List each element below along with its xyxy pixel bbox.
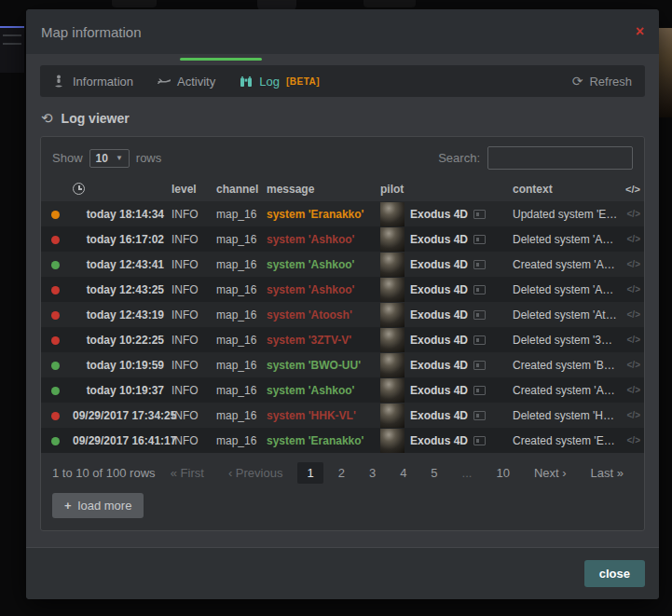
log-context: Created system 'Eranakko... — [509, 428, 622, 453]
pilot-avatar — [380, 202, 405, 226]
log-context: Deleted system 'Ashkoo' ... — [509, 277, 622, 302]
log-context: Created system 'Ashkoo' ... — [509, 252, 622, 277]
row-code-icon[interactable]: </> — [622, 277, 644, 302]
log-pilot-cell: Exodus 4D — [377, 352, 509, 377]
load-more-label: load more — [78, 499, 132, 513]
log-channel: map_16 — [213, 302, 263, 327]
background-fragment — [112, 0, 157, 7]
log-message: system 'Eranakko' — [263, 428, 377, 453]
log-time: today 12:43:19 — [69, 302, 168, 327]
page-size-value: 10 — [96, 152, 108, 165]
log-level: INFO — [168, 403, 213, 428]
log-channel: map_16 — [213, 201, 263, 226]
log-row[interactable]: today 12:43:41INFOmap_16system 'Ashkoo'E… — [41, 252, 644, 277]
pilot-name: Exodus 4D — [410, 308, 468, 322]
log-row[interactable]: today 12:43:19INFOmap_16system 'Atoosh'E… — [41, 302, 644, 327]
pagination-page-2[interactable]: 2 — [329, 462, 354, 484]
search-input[interactable] — [487, 146, 633, 170]
pilot-column-header[interactable]: pilot — [377, 177, 509, 201]
tab-information[interactable]: Information — [53, 75, 133, 89]
load-more-button[interactable]: + load more — [52, 493, 144, 518]
search-label: Search: — [438, 151, 480, 165]
id-card-icon — [473, 285, 486, 294]
row-code-icon[interactable]: </> — [622, 352, 644, 377]
page-size-select[interactable]: 10 ▼ — [89, 149, 130, 168]
status-dot-green — [51, 362, 60, 370]
log-time: 09/29/2017 16:41:17 — [69, 428, 168, 453]
log-time: today 10:19:59 — [69, 352, 168, 377]
section-title: Log viewer — [62, 111, 130, 126]
pagination-ellipsis: ... — [453, 462, 482, 484]
refresh-icon: ⟳ — [572, 74, 583, 89]
log-row[interactable]: 09/29/2017 16:41:17INFOmap_16system 'Era… — [41, 428, 644, 453]
context-column-header[interactable]: context — [509, 177, 622, 201]
row-code-icon[interactable]: </> — [622, 428, 644, 453]
tab-activity[interactable]: Activity — [158, 75, 215, 89]
log-row[interactable]: today 10:19:59INFOmap_16system 'BWO-UU'E… — [41, 352, 644, 377]
log-row[interactable]: today 10:19:37INFOmap_16system 'Ashkoo'E… — [41, 377, 644, 403]
pilot-avatar — [380, 328, 405, 352]
tab-label: Log — [259, 75, 280, 89]
log-time: today 10:19:37 — [69, 377, 168, 403]
pagination-last[interactable]: Last » — [582, 462, 633, 484]
row-code-icon[interactable]: </> — [622, 201, 644, 226]
row-code-icon[interactable]: </> — [622, 403, 644, 428]
row-code-icon[interactable]: </> — [622, 302, 644, 327]
pilot-name: Exodus 4D — [410, 359, 468, 372]
log-channel: map_16 — [213, 403, 263, 428]
pilot-name: Exodus 4D — [410, 258, 468, 271]
log-row[interactable]: today 12:43:25INFOmap_16system 'Ashkoo'E… — [41, 277, 644, 302]
row-code-icon[interactable]: </> — [622, 252, 644, 277]
log-channel: map_16 — [213, 252, 263, 277]
pagination-first[interactable]: « First — [161, 462, 213, 484]
id-card-icon — [473, 436, 486, 445]
log-row[interactable]: today 18:14:34INFOmap_16system 'Eranakko… — [41, 201, 644, 226]
pilot-name: Exodus 4D — [410, 384, 468, 397]
tab-log[interactable]: Log [BETA] — [240, 75, 320, 89]
log-channel: map_16 — [213, 352, 263, 377]
pagination-page-10[interactable]: 10 — [487, 462, 518, 484]
tab-label: Information — [73, 75, 133, 89]
street-view-icon — [53, 75, 66, 88]
log-row[interactable]: today 10:22:25INFOmap_16system '3ZTV-V'E… — [41, 327, 644, 352]
log-context: Deleted system 'HHK-VL' ... — [509, 403, 622, 428]
pagination-page-4[interactable]: 4 — [391, 462, 416, 484]
log-time: today 16:17:02 — [69, 226, 168, 252]
background-map-fragment — [0, 26, 24, 73]
log-context: Created system 'Ashkoo' ... — [509, 377, 622, 403]
log-level: INFO — [168, 201, 213, 226]
log-level: INFO — [168, 226, 213, 252]
refresh-button[interactable]: ⟳ Refresh — [572, 74, 632, 89]
pagination-page-5[interactable]: 5 — [421, 462, 446, 484]
channel-column-header[interactable]: channel — [213, 177, 263, 201]
code-column-header: </> — [622, 177, 644, 201]
log-message: system 'BWO-UU' — [263, 352, 377, 377]
row-code-icon[interactable]: </> — [622, 377, 644, 403]
message-column-header[interactable]: message — [263, 177, 377, 201]
time-column-header[interactable] — [69, 177, 168, 201]
row-code-icon[interactable]: </> — [622, 327, 644, 352]
level-column-header[interactable]: level — [168, 177, 213, 201]
pagination-next[interactable]: Next › — [525, 462, 576, 484]
log-row[interactable]: today 16:17:02INFOmap_16system 'Ashkoo'E… — [41, 226, 644, 252]
log-context: Deleted system 'Ashkoo' ... — [509, 226, 622, 252]
table-controls: Show 10 ▼ rows Search: — [41, 137, 644, 177]
log-pilot-cell: Exodus 4D — [377, 201, 509, 226]
row-code-icon[interactable]: </> — [622, 226, 644, 252]
log-level: INFO — [168, 252, 213, 277]
close-button[interactable]: close — [584, 560, 645, 587]
pagination-previous[interactable]: ‹ Previous — [219, 462, 293, 484]
pilot-name: Exodus 4D — [410, 233, 468, 246]
log-row[interactable]: 09/29/2017 17:34:25INFOmap_16system 'HHK… — [41, 403, 644, 428]
log-pilot-cell: Exodus 4D — [377, 377, 509, 403]
pilot-avatar — [380, 404, 405, 428]
log-pilot-cell: Exodus 4D — [377, 226, 509, 252]
pagination-page-3[interactable]: 3 — [360, 462, 385, 484]
pilot-avatar — [380, 253, 405, 277]
pagination-page-1[interactable]: 1 — [297, 462, 322, 484]
dialog-body: Information Activity Log [BETA] ⟳ — [26, 54, 659, 547]
status-dot-red — [51, 311, 60, 320]
log-channel: map_16 — [213, 377, 263, 403]
log-level: INFO — [168, 302, 213, 327]
close-icon[interactable]: × — [636, 24, 644, 39]
